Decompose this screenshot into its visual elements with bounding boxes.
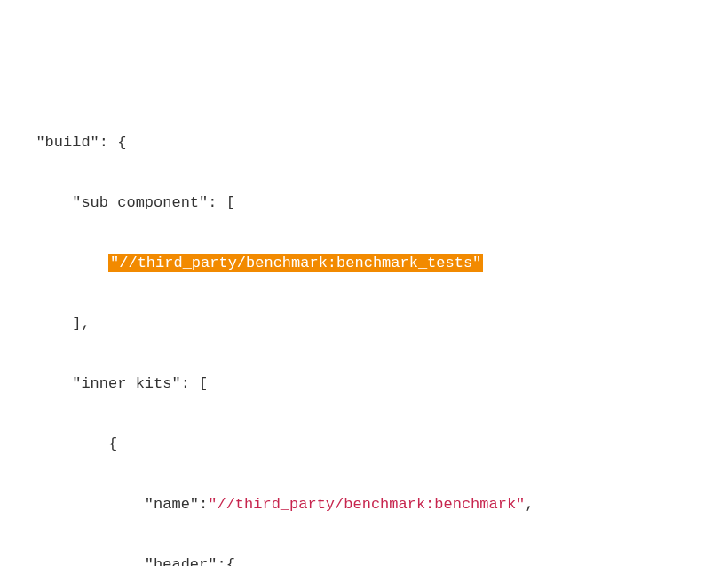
json-key: "build"	[36, 134, 99, 151]
json-key: "sub_component"	[72, 194, 208, 211]
json-key: "header"	[145, 556, 218, 566]
json-key: "name"	[145, 496, 199, 513]
highlighted-string: "//third_party/benchmark:benchmark_tests…	[108, 254, 483, 272]
code-line: "name":"//third_party/benchmark:benchmar…	[18, 490, 710, 520]
code-line: "sub_component": [	[18, 188, 710, 218]
code-line: ],	[18, 309, 710, 339]
code-line: "//third_party/benchmark:benchmark_tests…	[18, 248, 710, 279]
code-line: "build": {	[18, 128, 710, 158]
code-line: "header":{	[18, 550, 710, 566]
json-string: "//third_party/benchmark:benchmark"	[208, 496, 525, 513]
code-line: {	[18, 429, 710, 460]
json-key: "inner_kits"	[72, 375, 180, 392]
code-line: "inner_kits": [	[18, 369, 710, 399]
